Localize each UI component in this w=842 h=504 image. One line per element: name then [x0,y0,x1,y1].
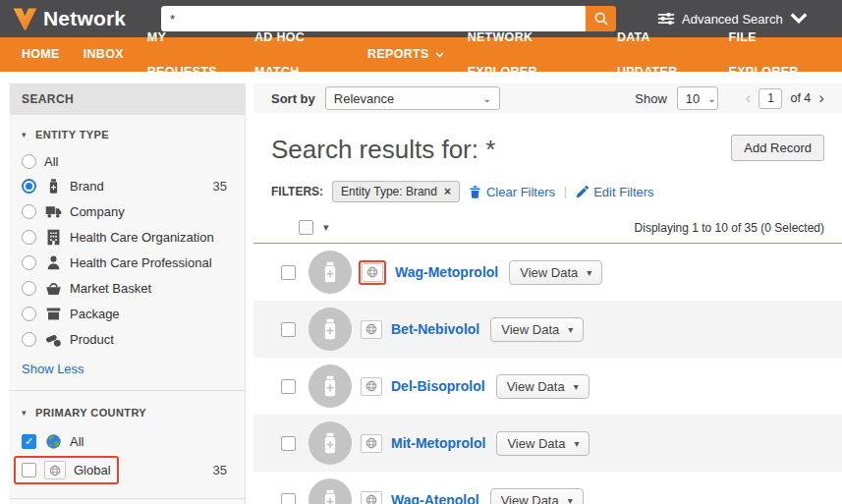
nav-item-home[interactable]: HOME [10,37,72,72]
next-page-button[interactable]: › [818,88,824,108]
brand-avatar [309,478,352,504]
country-option-all[interactable]: ✓ All [22,428,233,454]
prev-page-button[interactable]: ‹ [746,88,752,108]
result-row: Mit-Metoprolol View Data ▾ [253,415,842,472]
nav-item-inbox[interactable]: INBOX [72,37,136,72]
radio-button[interactable] [22,255,36,270]
radio-button-selected[interactable] [22,179,36,194]
select-all-checkbox[interactable] [299,220,313,235]
pill-bottle-icon [318,487,342,504]
primary-country-header[interactable]: ▾ PRIMARY COUNTRY [22,407,233,419]
remove-filter-icon[interactable]: × [444,185,451,198]
main-nav: HOME INBOX MY REQUESTS AD HOC MATCH REPO… [0,37,842,72]
entity-option-brand[interactable]: Brand 35 [22,173,233,198]
row-checkbox[interactable] [281,493,296,504]
entity-option-all[interactable]: All [22,150,233,173]
page-number-input[interactable] [758,88,782,109]
sort-toolbar: Sort by Relevance ⌄ Show 10 ⌄ ‹ of 4 › [253,84,842,113]
radio-button[interactable] [22,332,36,347]
entity-option-hco[interactable]: Health Care Organization [22,224,233,250]
building-icon [44,228,62,246]
edit-filters-link[interactable]: Edit Filters [576,185,653,199]
page-size-select[interactable]: 10 ⌄ [677,86,718,110]
checkbox-checked[interactable]: ✓ [22,434,36,449]
annotation-highlight-box: Global [14,456,119,484]
show-less-link[interactable]: Show Less [22,362,84,376]
pill-bottle-icon [318,430,342,456]
brand-avatar [309,251,352,294]
collapse-triangle-icon: ▾ [22,130,27,140]
globe-icon[interactable] [361,491,382,504]
entity-option-package[interactable]: Package [22,301,233,326]
entity-option-market-basket[interactable]: Market Basket [22,275,233,301]
pill-bottle-icon [318,316,342,342]
select-menu-caret-icon[interactable]: ▾ [323,221,329,234]
chevron-down-icon: ▾ [587,267,591,278]
record-link[interactable]: Del-Bisoprolol [391,378,485,394]
view-data-button[interactable]: View Data ▾ [496,374,589,399]
entity-option-company[interactable]: Company [22,198,233,224]
globe-icon[interactable] [362,263,383,282]
record-link[interactable]: Bet-Nebivolol [391,321,479,337]
globe-icon[interactable] [361,434,382,453]
nav-item-reports[interactable]: REPORTS [356,37,456,72]
record-link[interactable]: Wag-Metoprolol [395,264,498,280]
view-data-button[interactable]: View Data ▾ [509,260,602,285]
add-record-button[interactable]: Add Record [731,135,824,161]
view-data-button[interactable]: View Data ▾ [496,431,589,456]
globe-icon[interactable] [361,377,382,396]
pill-bottle-icon [318,259,342,285]
view-data-button[interactable]: View Data ▾ [490,488,584,504]
earth-icon [44,432,62,450]
nav-item-data-updater[interactable]: DATA UPDATER [605,21,717,89]
chevron-down-icon [435,52,444,58]
global-count: 35 [213,463,233,477]
pill-bottle-icon [44,177,62,195]
nav-item-my-requests[interactable]: MY REQUESTS [136,21,243,89]
entity-option-hcp[interactable]: Health Care Professional [22,250,233,275]
pill-bottle-icon [318,373,342,399]
view-data-button[interactable]: View Data ▾ [490,317,584,342]
entity-option-product[interactable]: Product [22,326,233,352]
result-row: Wag-Metoprolol View Data ▾ [253,244,842,301]
record-link[interactable]: Wag-Atenolol [391,492,479,504]
result-row: Del-Bisoprolol View Data ▾ [253,358,842,415]
sort-by-label: Sort by [271,91,315,106]
clear-filters-link[interactable]: Clear Filters [469,185,555,199]
row-checkbox[interactable] [281,379,296,394]
collapse-triangle-icon: ▾ [22,408,27,418]
basket-icon [44,279,62,297]
row-checkbox[interactable] [281,322,296,337]
nav-item-file-explorer[interactable]: FILE EXPLORER [717,21,832,89]
checkbox-unchecked[interactable] [22,463,36,477]
select-all-bar: ▾ Displaying 1 to 10 of 35 (0 Selected) [271,220,824,243]
globe-icon[interactable] [361,320,382,339]
pencil-icon [576,186,589,198]
person-icon [44,253,62,271]
nav-item-ad-hoc-match[interactable]: AD HOC MATCH [243,21,356,89]
veeva-v-icon [12,7,38,31]
nav-item-network-explorer[interactable]: NETWORK EXPLORER [456,21,605,89]
primary-country-section: ▾ PRIMARY COUNTRY ✓ All Global 35 [10,393,245,496]
country-option-global[interactable]: Global 35 [22,454,233,486]
radio-button[interactable] [22,281,36,296]
brand-avatar [309,308,352,351]
radio-button[interactable] [22,230,36,245]
chevron-down-icon: ▾ [568,324,573,335]
radio-button[interactable] [22,204,36,219]
record-link[interactable]: Mit-Metoprolol [391,435,485,451]
radio-button[interactable] [22,307,36,321]
logo-text: Network [43,7,126,30]
radio-button[interactable] [22,154,36,169]
entity-type-header[interactable]: ▾ ENTITY TYPE [22,129,233,140]
trash-icon [469,186,481,198]
filter-chip-entity-type[interactable]: Entity Type: Brand × [332,181,460,202]
sort-select[interactable]: Relevance ⌄ [325,86,500,110]
chevron-down-icon: ▾ [574,438,579,449]
row-checkbox[interactable] [281,265,296,280]
entity-type-section: ▾ ENTITY TYPE All Brand 35 Company [10,115,245,388]
result-row: Wag-Atenolol View Data ▾ [253,472,842,504]
annotation-highlight-box [359,260,386,285]
sidebar-divider [10,498,245,499]
row-checkbox[interactable] [281,436,296,451]
